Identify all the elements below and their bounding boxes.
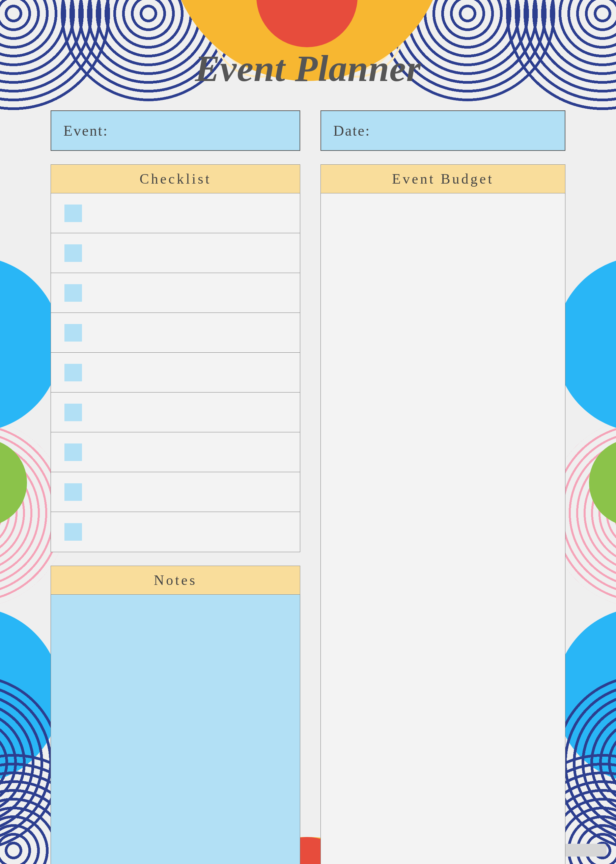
checkbox-icon[interactable] [64,523,82,541]
header-fields-row: Event: Checklist Notes Date: Event Budge… [50,110,566,864]
notes-body[interactable] [50,595,300,864]
budget-body[interactable] [321,194,566,864]
event-field[interactable]: Event: [50,110,300,151]
checkbox-icon[interactable] [64,444,82,461]
budget-header: Event Budget [321,164,566,194]
checklist-row[interactable] [51,313,300,353]
checklist-header: Checklist [50,164,300,194]
page-title: Event Planner [50,47,566,90]
event-label: Event: [63,122,108,139]
checklist-row[interactable] [51,512,300,552]
date-label: Date: [333,122,371,139]
checkbox-icon[interactable] [64,404,82,421]
checkbox-icon[interactable] [64,483,82,501]
checklist-row[interactable] [51,194,300,233]
notes-section: Notes [50,566,300,864]
checklist-row[interactable] [51,273,300,313]
notes-header: Notes [50,566,300,595]
checkbox-icon[interactable] [64,244,82,262]
checkbox-icon[interactable] [64,284,82,302]
checklist-row[interactable] [51,472,300,512]
checklist-row[interactable] [51,392,300,432]
date-field[interactable]: Date: [321,110,566,151]
checkbox-icon[interactable] [64,364,82,381]
planner-page: Event Planner Event: Checklist Notes Dat… [0,0,616,864]
checklist-row[interactable] [51,432,300,472]
budget-section: Event Budget [321,164,566,864]
checklist-row[interactable] [51,233,300,273]
checklist-row[interactable] [51,353,300,392]
checklist-body [50,194,300,552]
checkbox-icon[interactable] [64,324,82,342]
checklist-section: Checklist [50,164,300,552]
checkbox-icon[interactable] [64,205,82,222]
